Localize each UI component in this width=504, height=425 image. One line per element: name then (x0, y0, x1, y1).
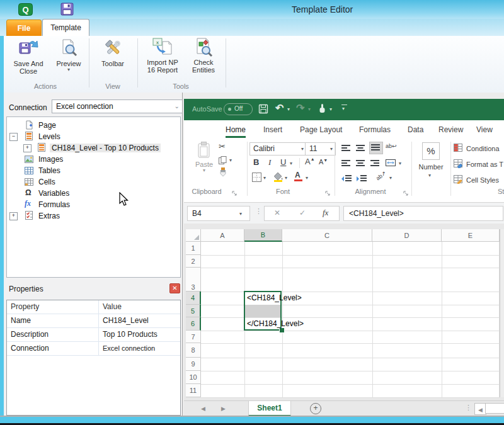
undo-icon[interactable]: ↶ (275, 102, 284, 114)
connection-select[interactable]: Excel connection ⌄ (52, 99, 184, 113)
enter-icon[interactable]: ✓ (299, 208, 306, 217)
quick-save-icon[interactable] (60, 3, 74, 18)
save-and-close-button[interactable]: Save And Close (8, 37, 49, 82)
sheet-prev-icon[interactable]: ◀ (201, 405, 205, 412)
select-all-corner[interactable] (186, 229, 201, 242)
touch-mode-icon[interactable] (318, 103, 327, 116)
cell-b4[interactable]: <CH184_Level> (247, 293, 302, 302)
preview-button[interactable]: Preview ▾ (50, 37, 87, 82)
fill-handle[interactable] (279, 327, 285, 333)
property-row-description[interactable]: Description Top 10 Products (7, 328, 180, 342)
redo-icon[interactable]: ↷ (296, 102, 304, 114)
font-name-select[interactable]: Calibri ▾ (249, 142, 307, 156)
autosave-toggle[interactable]: Off (224, 103, 253, 115)
customize-qat-icon[interactable] (341, 105, 347, 105)
chevron-down-icon[interactable]: ▾ (428, 173, 431, 178)
number-format-button[interactable]: % (422, 142, 440, 160)
chevron-down-icon[interactable]: ▾ (389, 176, 392, 181)
fill-color-icon[interactable] (273, 172, 284, 184)
conditional-formatting-button[interactable]: Conditiona (466, 145, 500, 152)
row-header-4[interactable]: 4 (186, 292, 201, 305)
chevron-down-icon[interactable]: ▾ (285, 176, 287, 181)
tree-item-cells[interactable]: Cells (7, 176, 177, 188)
align-top-icon[interactable] (341, 144, 352, 155)
row-header-3[interactable]: 3 (186, 268, 201, 292)
font-color-icon[interactable]: A (295, 171, 301, 179)
row-header-8[interactable]: 8 (186, 343, 201, 358)
tab-data[interactable]: Data (408, 125, 423, 134)
row-header-2[interactable]: 2 (186, 255, 201, 268)
copy-icon[interactable] (219, 156, 227, 167)
wrap-text-icon[interactable]: ab↩ (386, 143, 397, 149)
add-sheet-icon[interactable]: + (310, 403, 321, 414)
merge-center-icon[interactable] (386, 158, 396, 169)
align-bottom-icon[interactable] (369, 142, 383, 154)
sheetbar-splitter[interactable]: ⋮ (465, 404, 472, 412)
tree-item-variables[interactable]: Ω Variables (7, 188, 177, 199)
sheet-next-icon[interactable]: ▶ (221, 405, 226, 412)
hscroll-track[interactable] (485, 403, 504, 414)
row-header-7[interactable]: 7 (186, 331, 201, 343)
underline-button[interactable]: U (280, 157, 286, 167)
tree-item-ch184-level[interactable]: + CH184_Level - Top 10 Products (7, 142, 177, 154)
chevron-down-icon[interactable]: ▾ (308, 107, 311, 112)
number-label[interactable]: Number (417, 163, 445, 171)
tree-item-extras[interactable]: + Extras (7, 210, 177, 222)
row-header-1[interactable]: 1 (186, 242, 201, 255)
column-header-a[interactable]: A (201, 229, 244, 242)
increase-indent-icon[interactable] (357, 174, 367, 185)
align-left-icon[interactable] (341, 159, 352, 170)
sheet-tab-sheet1[interactable]: Sheet1 (248, 401, 291, 416)
tab-formulas[interactable]: Formulas (359, 125, 391, 134)
file-tab[interactable]: File (6, 20, 42, 37)
row-header-5[interactable]: 5 (186, 305, 201, 317)
shrink-font-button[interactable]: A▼ (319, 158, 328, 166)
italic-button[interactable]: I (268, 157, 271, 167)
grow-font-button[interactable]: A▲ (305, 157, 315, 166)
tab-home[interactable]: Home (226, 125, 246, 138)
import-np16-report-button[interactable]: x Import NP 16 Report (141, 37, 184, 82)
column-header-b[interactable]: B (244, 229, 282, 242)
row-header-10[interactable]: 10 (186, 371, 201, 384)
font-size-select[interactable]: 11 ▾ (305, 142, 336, 156)
chevron-down-icon[interactable]: ▾ (290, 161, 292, 166)
check-entities-button[interactable]: Check Entities (185, 37, 222, 82)
conditional-formatting-icon[interactable] (454, 143, 463, 155)
property-row-connection[interactable]: Connection Excel connection (7, 342, 180, 356)
paste-button[interactable]: Paste ▾ (193, 142, 215, 182)
close-icon[interactable]: ✕ (169, 283, 180, 293)
expand-icon[interactable]: + (9, 212, 18, 220)
tab-page-layout[interactable]: Page Layout (300, 125, 342, 134)
borders-icon[interactable] (252, 173, 261, 184)
chevron-down-icon[interactable]: ▾ (329, 107, 332, 112)
align-middle-icon[interactable] (356, 144, 366, 155)
orientation-icon[interactable]: ab↗ (375, 170, 387, 182)
cell-styles-button[interactable]: Cell Styles (466, 176, 499, 184)
tree-item-levels[interactable]: − Levels (7, 131, 177, 142)
column-header-c[interactable]: C (282, 229, 372, 242)
align-right-icon[interactable] (370, 159, 381, 170)
decrease-indent-icon[interactable] (341, 174, 352, 185)
cell-styles-icon[interactable] (454, 174, 463, 186)
column-header-d[interactable]: D (372, 229, 442, 242)
cell-b6[interactable]: </CH184_Level> (247, 319, 304, 328)
name-box[interactable]: B4 ▾ (187, 206, 250, 221)
tree-item-formulas[interactable]: fx Formulas (7, 199, 177, 210)
align-center-icon[interactable] (356, 159, 366, 170)
chevron-down-icon[interactable]: ▾ (229, 158, 232, 163)
format-painter-icon[interactable] (219, 167, 227, 179)
tab-review[interactable]: Review (438, 125, 463, 134)
row-header-6[interactable]: 6 (186, 317, 201, 331)
column-header-e[interactable]: E (442, 229, 500, 242)
chevron-down-icon[interactable]: ▾ (239, 212, 242, 217)
customize-qat-chevron[interactable]: ▾ (342, 106, 345, 111)
template-tab[interactable]: Template (42, 19, 89, 37)
format-as-table-button[interactable]: Format as T (466, 161, 503, 168)
chevron-down-icon[interactable]: ▾ (399, 161, 401, 166)
tree-item-tables[interactable]: Tables (7, 165, 177, 176)
alignment-dialog-launcher-icon[interactable] (403, 188, 409, 199)
row-header-9[interactable]: 9 (186, 358, 201, 371)
insert-function-icon[interactable]: fx (323, 208, 328, 218)
chevron-down-icon[interactable]: ▾ (306, 176, 308, 181)
collapse-icon[interactable]: − (9, 133, 18, 141)
